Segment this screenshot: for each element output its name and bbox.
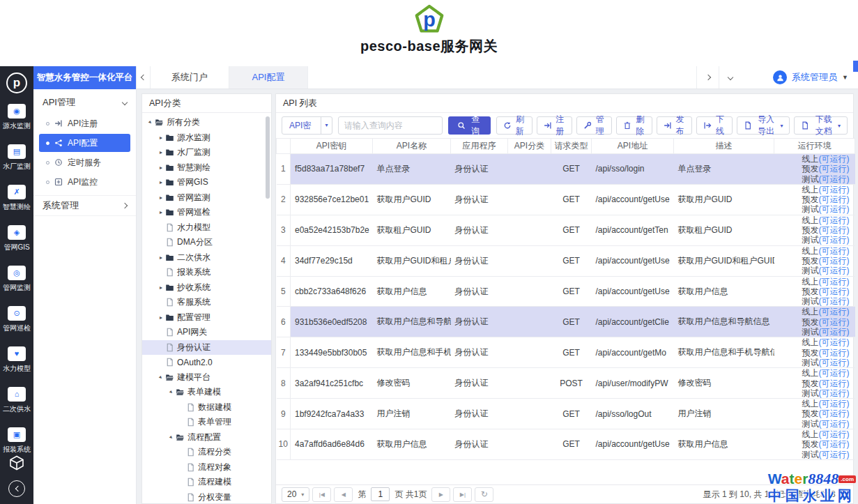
tree-node[interactable]: 分权变量 [142,490,271,504]
tree-node[interactable]: ▸所有分类 [142,115,271,130]
tree-node[interactable]: 报装系统 [142,265,271,280]
tree-node[interactable]: 流程分类 [142,445,271,460]
env-run-link[interactable]: (可运行) [819,429,850,439]
tree-node[interactable]: ▸二次供水 [142,250,271,266]
env-run-link[interactable]: (可运行) [819,246,850,256]
env-run-link[interactable]: (可运行) [819,439,850,449]
pagination-refresh-button[interactable]: ↻ [475,487,493,502]
menu-item-api-monitor[interactable]: API监控 [39,173,130,191]
table-row[interactable]: 5cbb2c733a648f626获取用户信息身份认证GET/api/accou… [277,276,855,307]
rail-item-pipe-network-inspection[interactable]: ⊙管网巡检 [3,306,31,333]
toolbar-download-doc-button[interactable]: 下载文档▾ [794,116,848,135]
rail-item-pipe-network-gis[interactable]: ◈管网GIS [3,225,29,252]
tab-system-portal[interactable]: 系统门户 [151,66,229,89]
env-run-link[interactable]: (可运行) [819,408,850,418]
menu-group-system-management[interactable]: 系统管理 [33,195,136,216]
rail-item-smart-surveying[interactable]: ✗智慧测绘 [3,185,31,212]
page-number-input[interactable] [371,487,390,501]
env-run-link[interactable]: (可运行) [819,164,850,174]
pagination-first-page-button[interactable]: |◀ [312,487,331,502]
cube-button[interactable] [8,455,25,471]
pagination-last-page-button[interactable]: ▶| [453,487,472,502]
env-run-link[interactable]: (可运行) [819,358,850,367]
table-row[interactable]: 2932856e7ce12be01获取用户GUID身份认证GET/api/acc… [277,184,855,215]
search-input[interactable] [338,116,443,135]
tree-node[interactable]: 数据建模 [142,400,271,415]
rail-item-secondary-water-supply[interactable]: ⌂二次供水 [3,387,31,414]
env-run-link[interactable]: (可运行) [819,368,850,378]
toolbar-manage-button[interactable]: 管理 [576,116,612,135]
table-row[interactable]: 104a7affd6ad6e84d6获取用户信息身份认证GET/api/acco… [277,429,855,460]
pagination-prev-page-button[interactable]: ◀ [334,487,353,502]
env-run-link[interactable]: (可运行) [819,327,850,337]
user-menu[interactable]: 系统管理员 ▼ [741,66,858,89]
table-row[interactable]: 83a2af941c251cfbc修改密码身份认证POST/api/user/m… [277,368,855,399]
table-row[interactable]: 6931b536e0edf5208获取用户信息和导航信身份认证GET/api/a… [277,307,855,337]
tree-node[interactable]: 表单管理 [142,415,271,430]
env-run-link[interactable]: (可运行) [819,204,850,214]
tree-node[interactable]: ▸管网GIS [142,175,271,190]
tree-node[interactable]: API网关 [142,325,271,340]
toolbar-delete-button[interactable]: 删除 [616,116,652,135]
tabs-scroll-right-button[interactable] [696,66,719,89]
menu-group-api-management[interactable]: API管理 [33,92,136,113]
env-run-link[interactable]: (可运行) [819,287,850,296]
tabs-menu-button[interactable] [719,66,741,89]
toolbar-refresh-button[interactable]: 刷新 [496,116,532,135]
tree-node[interactable]: DMA分区 [142,235,271,250]
rail-item-water-plant-monitoring[interactable]: ▤水厂监测 [3,144,31,171]
tree-node[interactable]: 客服系统 [142,295,271,310]
env-run-link[interactable]: (可运行) [819,399,850,408]
env-run-link[interactable]: (可运行) [819,194,850,204]
tree-node[interactable]: ▸配置管理 [142,310,271,326]
tree-node[interactable]: ▸建模平台 [142,370,271,385]
env-run-link[interactable]: (可运行) [819,388,850,398]
menu-item-scheduled-service[interactable]: 定时服务 [39,153,130,171]
menu-item-api-register[interactable]: API注册 [39,114,130,132]
env-run-link[interactable]: (可运行) [819,307,850,316]
toolbar-offline-button[interactable]: 下线 [696,116,732,135]
env-run-link[interactable]: (可运行) [819,185,850,194]
env-run-link[interactable]: (可运行) [819,266,850,275]
rail-item-installation-system[interactable]: ▣报装系统 [3,427,31,455]
tree-node[interactable]: ▸管网监测 [142,190,271,206]
menu-item-api-config[interactable]: API配置 [39,134,130,152]
toolbar-register-button[interactable]: 注册 [537,116,572,135]
tree-node[interactable]: ▸源水监测 [142,130,271,146]
tree-node[interactable]: 流程对象 [142,460,271,475]
tree-node[interactable]: ▸表单建模 [142,385,271,400]
tree-node[interactable]: 水力模型 [142,220,271,236]
rail-item-pipe-network-monitoring[interactable]: ◎管网监测 [3,266,31,293]
env-run-link[interactable]: (可运行) [819,225,850,235]
env-run-link[interactable]: (可运行) [819,174,850,184]
table-row[interactable]: 3e0a52e42153b7b2e获取租户GUID身份认证GET/api/acc… [277,215,855,245]
env-run-link[interactable]: (可运行) [819,419,850,429]
env-run-link[interactable]: (可运行) [819,379,850,388]
env-run-link[interactable]: (可运行) [819,450,850,459]
env-run-link[interactable]: (可运行) [819,337,850,347]
tree-scrollbar[interactable] [266,116,270,199]
env-run-link[interactable]: (可运行) [819,277,850,287]
tree-node[interactable]: ▸抄收系统 [142,280,271,296]
table-row[interactable]: 1f5d83aa71a78bef7单点登录身份认证GET/api/sso/log… [277,154,855,185]
table-row[interactable]: 91bf9242fca7a4a33用户注销身份认证GET/api/sso/log… [277,399,855,429]
tree-node[interactable]: 流程建模 [142,475,271,490]
page-size-select[interactable]: 20▾ [282,487,309,502]
rail-item-hydraulic-model[interactable]: ♥水力模型 [3,346,31,374]
tree-node[interactable]: ▸水厂监测 [142,145,271,160]
table-row[interactable]: 7133449e5bbf30b05获取用户信息和手机号身份认证GET/api/a… [277,337,855,368]
query-button[interactable]: 查询 [448,116,491,135]
env-run-link[interactable]: (可运行) [819,215,850,225]
env-run-link[interactable]: (可运行) [819,235,850,245]
pagination-next-page-button[interactable]: ▶ [431,487,450,502]
tree-node[interactable]: ▸流程配置 [142,430,271,445]
env-run-link[interactable]: (可运行) [819,317,850,327]
toolbar-import-export-button[interactable]: 导入导出▾ [737,116,790,135]
tree-node[interactable]: OAuth2.0 [142,355,271,370]
tabs-scroll-left-button[interactable] [137,66,151,89]
table-row[interactable]: 434df77e29c15d获取用户GUID和租户身份认证GET/api/acc… [277,245,855,276]
env-run-link[interactable]: (可运行) [819,296,850,306]
search-field-select[interactable]: API密钥 ▾ [282,116,332,135]
env-run-link[interactable]: (可运行) [819,348,850,358]
tree-node[interactable]: 身份认证 [142,340,271,356]
